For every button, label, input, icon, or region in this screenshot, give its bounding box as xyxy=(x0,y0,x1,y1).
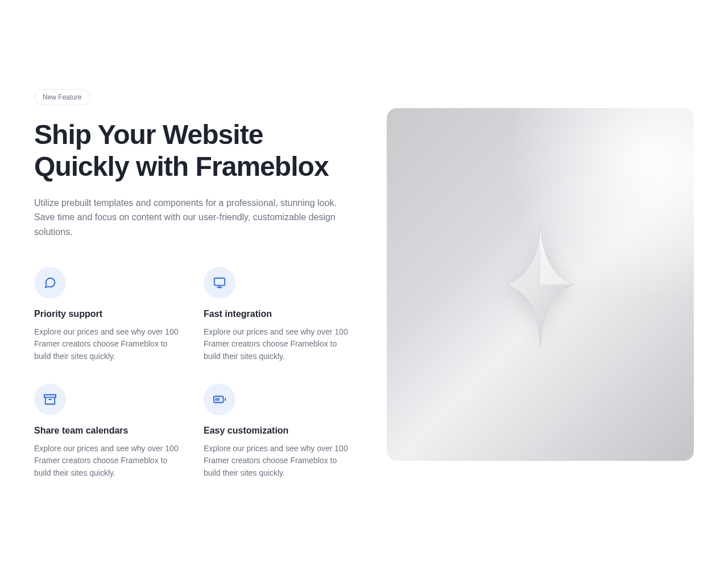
feature-title: Easy customization xyxy=(204,426,353,436)
feature-title: Share team calendars xyxy=(34,426,183,436)
new-feature-badge: New Feature xyxy=(34,89,90,105)
battery-icon xyxy=(204,384,235,415)
feature-desc: Explore our prices and see why over 100 … xyxy=(34,443,182,480)
svg-rect-5 xyxy=(214,396,224,402)
svg-rect-0 xyxy=(214,278,225,285)
hero-subhead: Utilize prebuilt templates and component… xyxy=(34,196,341,240)
feature-priority-support: Priority support Explore our prices and … xyxy=(34,267,183,363)
monitor-icon xyxy=(204,267,235,299)
feature-desc: Explore our prices and see why over 100 … xyxy=(204,326,351,363)
hero-visual xyxy=(387,108,694,461)
features-grid: Priority support Explore our prices and … xyxy=(34,267,353,480)
hero-section: New Feature Ship Your Website Quickly wi… xyxy=(34,89,694,479)
chat-bubble-icon xyxy=(34,267,66,299)
feature-fast-integration: Fast integration Explore our prices and … xyxy=(204,267,353,363)
feature-title: Priority support xyxy=(34,309,183,319)
feature-title: Fast integration xyxy=(204,309,353,319)
archive-icon xyxy=(34,384,66,415)
feature-desc: Explore our prices and see why over 100 … xyxy=(34,326,182,363)
feature-share-calendars: Share team calendars Explore our prices … xyxy=(34,384,183,480)
star-shape xyxy=(506,222,574,347)
feature-easy-customization: Easy customization Explore our prices an… xyxy=(204,384,353,480)
svg-rect-3 xyxy=(44,394,56,397)
hero-headline: Ship Your Website Quickly with Frameblox xyxy=(34,119,353,182)
hero-content: New Feature Ship Your Website Quickly wi… xyxy=(34,89,353,479)
feature-desc: Explore our prices and see why over 100 … xyxy=(204,443,351,480)
